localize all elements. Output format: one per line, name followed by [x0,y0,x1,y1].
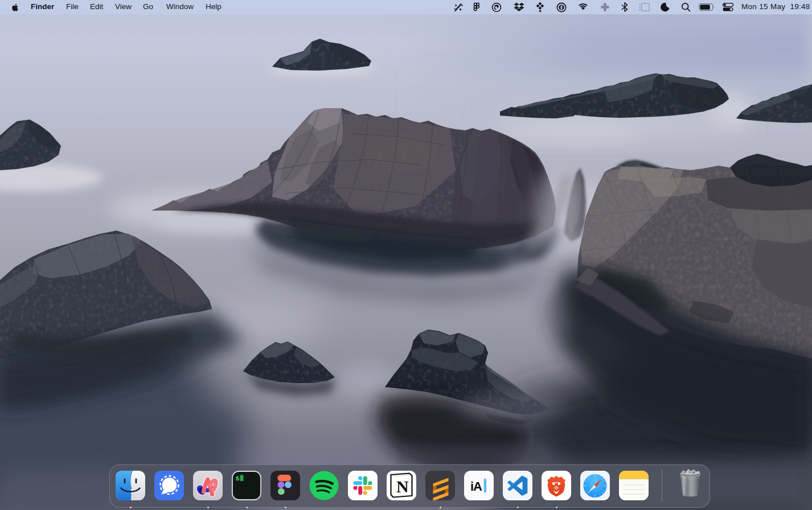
svg-text:N: N [396,477,409,496]
svg-text:iA: iA [470,479,482,493]
svg-text:$: $ [236,475,240,482]
